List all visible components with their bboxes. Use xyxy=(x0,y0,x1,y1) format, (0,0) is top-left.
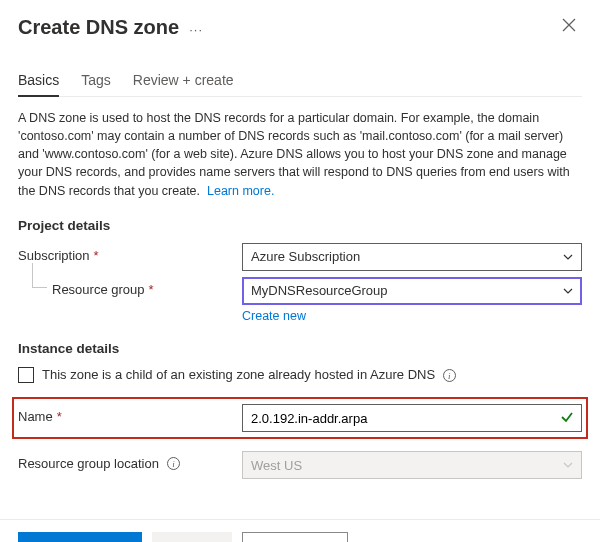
name-label: Name* xyxy=(18,404,242,424)
description-text: A DNS zone is used to host the DNS recor… xyxy=(18,109,582,200)
child-zone-checkbox[interactable] xyxy=(18,367,34,383)
tab-tags[interactable]: Tags xyxy=(81,66,111,96)
header: Create DNS zone ··· xyxy=(18,14,582,40)
resource-group-value: MyDNSResourceGroup xyxy=(251,283,388,298)
subscription-value: Azure Subscription xyxy=(251,249,360,264)
chevron-down-icon xyxy=(563,460,573,470)
info-icon[interactable]: i xyxy=(167,457,180,470)
name-row-highlight: Name* xyxy=(12,397,588,439)
subscription-label: Subscription* xyxy=(18,243,242,263)
subscription-select[interactable]: Azure Subscription xyxy=(242,243,582,271)
previous-button: Previous xyxy=(152,532,233,542)
project-details-heading: Project details xyxy=(18,218,582,233)
rg-location-label: Resource group location i xyxy=(18,451,242,471)
rg-location-value: West US xyxy=(251,458,302,473)
chevron-down-icon xyxy=(563,252,573,262)
name-input[interactable] xyxy=(242,404,582,432)
child-zone-label: This zone is a child of an existing zone… xyxy=(42,366,456,384)
review-create-button[interactable]: Review + create xyxy=(18,532,142,542)
resource-group-label: Resource group* xyxy=(18,277,242,297)
create-new-rg-link[interactable]: Create new xyxy=(242,309,306,323)
tab-review-create[interactable]: Review + create xyxy=(133,66,234,96)
tab-bar: Basics Tags Review + create xyxy=(18,66,582,97)
footer-bar: Review + create Previous Next : Tags > D… xyxy=(0,520,600,542)
learn-more-link[interactable]: Learn more. xyxy=(207,184,274,198)
next-button[interactable]: Next : Tags > xyxy=(242,532,348,542)
close-button[interactable] xyxy=(556,14,582,40)
more-actions-button[interactable]: ··· xyxy=(189,22,203,37)
tab-basics[interactable]: Basics xyxy=(18,66,59,96)
description-body: A DNS zone is used to host the DNS recor… xyxy=(18,111,570,198)
check-icon xyxy=(560,410,574,424)
info-icon[interactable]: i xyxy=(443,369,456,382)
resource-group-select[interactable]: MyDNSResourceGroup xyxy=(242,277,582,305)
rg-location-select: West US xyxy=(242,451,582,479)
close-icon xyxy=(562,18,576,32)
instance-details-heading: Instance details xyxy=(18,341,582,356)
page-title: Create DNS zone xyxy=(18,16,179,39)
chevron-down-icon xyxy=(563,286,573,296)
